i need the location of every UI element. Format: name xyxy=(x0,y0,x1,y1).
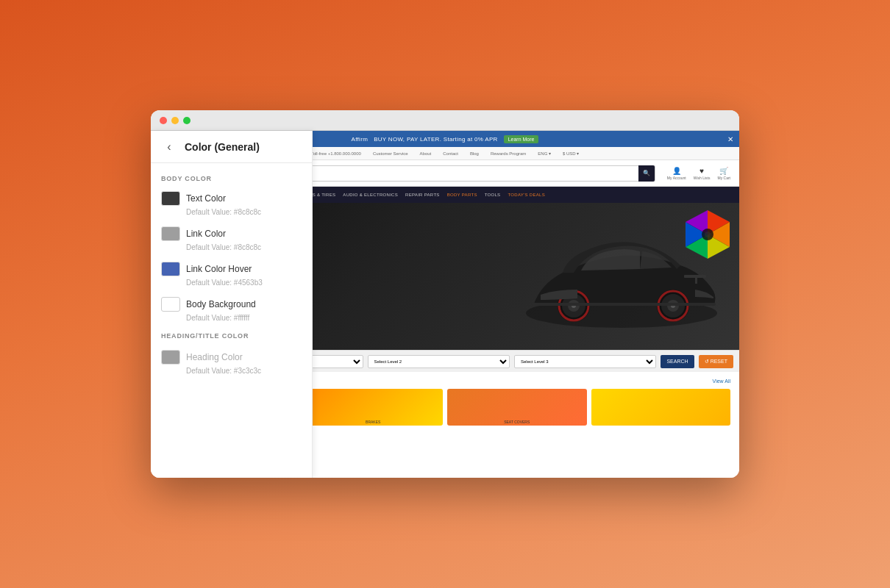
reset-label: RESET xyxy=(711,359,727,364)
back-button[interactable]: ‹ xyxy=(161,139,177,155)
cat-link-deals[interactable]: TODAY'S DEALS xyxy=(508,193,545,197)
text-color-item: Text Color Default Value: #8c8c8c xyxy=(161,191,302,216)
body-bg-color-row: Body Background xyxy=(161,297,302,312)
link-hover-color-swatch[interactable] xyxy=(161,262,180,276)
cart-icon: 🛒 xyxy=(719,167,728,175)
vehicle-level2-select[interactable]: Select Level 2 xyxy=(368,355,510,368)
cat-link-audio[interactable]: AUDIO & ELECTRONICS xyxy=(343,193,398,197)
heading-color-row: Heading Color xyxy=(161,350,302,365)
reset-icon: ↺ xyxy=(705,359,709,365)
topbar-currency[interactable]: $ USD ▾ xyxy=(563,151,579,156)
banner-text: BUY NOW, PAY LATER. Starting at 0% APR xyxy=(374,136,498,143)
heading-color-item: Heading Color Default Value: #3c3c3c xyxy=(161,350,302,375)
browser-close-dot[interactable] xyxy=(160,117,167,124)
text-color-label: Text Color xyxy=(186,193,226,204)
header-icons: 👤 My Account ♥ Wish Lists 🛒 My Cart xyxy=(667,167,730,180)
banner-cta[interactable]: Learn More xyxy=(504,135,539,143)
panel-header: ‹ Color (General) xyxy=(151,131,312,163)
topbar-lang[interactable]: ENG ▾ xyxy=(538,151,551,156)
body-bg-color-default: Default Value: #ffffff xyxy=(161,314,302,322)
link-color-row: Link Color xyxy=(161,226,302,241)
text-color-swatch[interactable] xyxy=(161,191,180,206)
cat-link-tools[interactable]: TOOLS xyxy=(485,193,501,197)
cart-icon-group[interactable]: 🛒 My Cart xyxy=(718,167,731,180)
link-color-item: Link Color Default Value: #8c8c8c xyxy=(161,226,302,251)
banner-close-icon[interactable]: ✕ xyxy=(727,135,733,143)
vehicle-search-button[interactable]: SEARCH xyxy=(661,355,694,368)
topbar-link[interactable]: Toll-free +1.800.000.0000 xyxy=(311,151,361,156)
browser-chrome xyxy=(151,110,739,131)
body-bg-color-item: Body Background Default Value: #ffffff xyxy=(161,297,302,322)
link-color-label: Link Color xyxy=(186,229,226,239)
wishlist-icon-group[interactable]: ♥ Wish Lists xyxy=(694,167,711,180)
topbar-link[interactable]: Contact xyxy=(443,151,458,156)
topbar-link[interactable]: Blog xyxy=(470,151,479,156)
featured-item-3[interactable]: SEAT COVERS xyxy=(447,389,587,426)
vehicle-level3-select[interactable]: Select Level 3 xyxy=(514,355,656,368)
prismatic-logo xyxy=(682,209,733,260)
body-bg-color-label: Body Background xyxy=(186,299,256,309)
color-settings-panel: ‹ Color (General) BODY COLOR Text Color … xyxy=(151,131,313,478)
main-card: Affirm BUY NOW, PAY LATER. Starting at 0… xyxy=(151,110,739,478)
svg-rect-13 xyxy=(532,303,716,306)
banner-logo: Affirm xyxy=(352,136,369,143)
heading-color-section-label: HEADING/TITLE COLOR xyxy=(161,332,302,340)
link-color-default: Default Value: #8c8c8c xyxy=(161,243,302,251)
main-content: Affirm BUY NOW, PAY LATER. Starting at 0… xyxy=(151,131,739,478)
search-button[interactable]: 🔍 xyxy=(638,165,655,182)
topbar-link[interactable]: Customer Service xyxy=(373,151,408,156)
svg-point-22 xyxy=(705,232,711,237)
browser-minimize-dot[interactable] xyxy=(171,117,179,124)
gem-svg xyxy=(682,209,733,260)
link-hover-color-label: Link Color Hover xyxy=(186,264,252,274)
view-all-link[interactable]: View All xyxy=(713,379,730,384)
browser-maximize-dot[interactable] xyxy=(183,117,191,124)
account-label: My Account xyxy=(667,176,686,180)
topbar-link[interactable]: About xyxy=(420,151,432,156)
cat-link-body[interactable]: BODY PARTS xyxy=(447,193,477,197)
svg-rect-12 xyxy=(695,275,697,284)
vehicle-reset-button[interactable]: ↺ RESET xyxy=(699,355,733,368)
wishlist-icon: ♥ xyxy=(699,167,704,175)
search-icon: 🔍 xyxy=(643,170,650,176)
account-icon: 👤 xyxy=(672,167,681,175)
link-hover-color-item: Link Color Hover Default Value: #4563b3 xyxy=(161,262,302,287)
featured-item-2-label: BRAKES xyxy=(304,420,444,424)
topbar-link[interactable]: Rewards Program xyxy=(491,151,526,156)
heading-color-swatch[interactable] xyxy=(161,350,180,365)
featured-item-3-label: SEAT COVERS xyxy=(447,420,587,424)
text-color-row: Text Color xyxy=(161,191,302,206)
body-color-section-label: BODY COLOR xyxy=(161,175,302,182)
featured-item-4[interactable] xyxy=(591,389,731,426)
panel-body: BODY COLOR Text Color Default Value: #8c… xyxy=(151,163,312,478)
link-color-swatch[interactable] xyxy=(161,226,180,241)
heading-color-default: Default Value: #3c3c3c xyxy=(161,367,302,375)
cart-label: My Cart xyxy=(718,176,731,180)
text-color-default: Default Value: #8c8c8c xyxy=(161,208,302,216)
panel-title: Color (General) xyxy=(185,141,260,153)
wishlist-label: Wish Lists xyxy=(694,176,711,180)
link-hover-color-row: Link Color Hover xyxy=(161,262,302,276)
featured-item-2[interactable]: BRAKES xyxy=(304,389,444,426)
body-bg-color-swatch[interactable] xyxy=(161,297,180,312)
link-hover-color-default: Default Value: #4563b3 xyxy=(161,279,302,287)
account-icon-group[interactable]: 👤 My Account xyxy=(667,167,686,180)
heading-color-label: Heading Color xyxy=(186,352,243,362)
cat-link-repair[interactable]: REPAIR PARTS xyxy=(405,193,440,197)
